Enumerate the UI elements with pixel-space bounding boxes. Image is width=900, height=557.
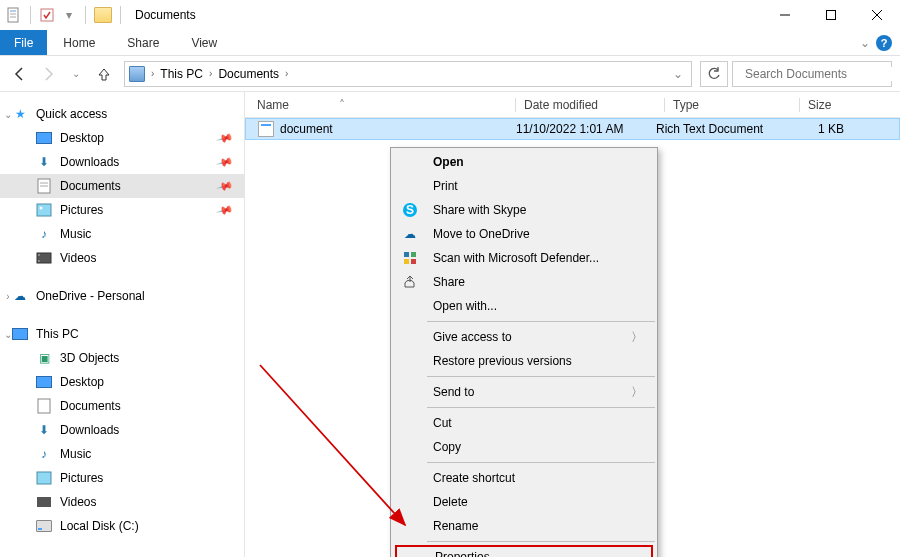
hdd-icon	[36, 520, 52, 532]
maximize-button[interactable]	[808, 0, 854, 30]
sidebar-item-label: Downloads	[60, 423, 119, 437]
ctx-defender[interactable]: Scan with Microsoft Defender...	[391, 246, 657, 270]
desktop-icon	[36, 376, 52, 388]
search-box[interactable]	[732, 61, 892, 87]
sidebar-item-pc-pictures[interactable]: Pictures	[0, 466, 244, 490]
network-header[interactable]: ›🖧Network	[0, 552, 244, 557]
sidebar-item-videos[interactable]: Videos	[0, 246, 244, 270]
file-date: 11/10/2022 1:01 AM	[516, 122, 656, 136]
ctx-label: Delete	[433, 495, 468, 509]
sidebar-item-pc-desktop[interactable]: Desktop	[0, 370, 244, 394]
ctx-send-to[interactable]: Send to〉	[391, 380, 657, 404]
ctx-give-access[interactable]: Give access to〉	[391, 325, 657, 349]
ctx-skype[interactable]: SShare with Skype	[391, 198, 657, 222]
home-tab[interactable]: Home	[47, 30, 111, 55]
column-size[interactable]: Size	[808, 98, 878, 112]
ctx-share[interactable]: Share	[391, 270, 657, 294]
chevron-right-icon[interactable]: ›	[2, 291, 14, 302]
downloads-icon: ⬇	[36, 422, 52, 438]
ctx-label: Restore previous versions	[433, 354, 572, 368]
qat-dropdown-icon[interactable]: ▾	[61, 7, 77, 23]
ctx-create-shortcut[interactable]: Create shortcut	[391, 466, 657, 490]
recent-locations-button[interactable]: ⌄	[64, 62, 88, 86]
sidebar-item-label: Videos	[60, 495, 96, 509]
breadcrumb-this-pc[interactable]: This PC	[160, 67, 203, 81]
sidebar-item-pc-documents[interactable]: Documents	[0, 394, 244, 418]
chevron-right-icon[interactable]: ›	[149, 68, 156, 79]
file-tab[interactable]: File	[0, 30, 47, 55]
back-button[interactable]	[8, 62, 32, 86]
ctx-open-with[interactable]: Open with...	[391, 294, 657, 318]
onedrive-header[interactable]: ›☁OneDrive - Personal	[0, 284, 244, 308]
folder-icon	[94, 7, 112, 23]
column-name[interactable]: Name˄	[257, 98, 515, 112]
refresh-button[interactable]	[700, 61, 728, 87]
sidebar-item-pictures[interactable]: Pictures📌	[0, 198, 244, 222]
svg-rect-27	[411, 259, 416, 264]
ctx-cut[interactable]: Cut	[391, 411, 657, 435]
sidebar-item-documents[interactable]: Documents📌	[0, 174, 244, 198]
submenu-arrow-icon: 〉	[631, 329, 643, 346]
close-button[interactable]	[854, 0, 900, 30]
file-row[interactable]: document 11/10/2022 1:01 AM Rich Text Do…	[245, 118, 900, 140]
column-date[interactable]: Date modified	[524, 98, 664, 112]
chevron-down-icon[interactable]: ⌄	[2, 329, 14, 340]
svg-rect-25	[411, 252, 416, 257]
search-input[interactable]	[745, 67, 895, 81]
context-menu: Open Print SShare with Skype ☁Move to On…	[390, 147, 658, 557]
quick-access-header[interactable]: ⌄ ★ Quick access	[0, 102, 244, 126]
sidebar-item-pc-downloads[interactable]: ⬇Downloads	[0, 418, 244, 442]
pin-icon: 📌	[216, 177, 235, 195]
sidebar-item-label: Local Disk (C:)	[60, 519, 139, 533]
forward-button[interactable]	[36, 62, 60, 86]
ctx-restore[interactable]: Restore previous versions	[391, 349, 657, 373]
breadcrumb-documents[interactable]: Documents	[218, 67, 279, 81]
sidebar-item-downloads[interactable]: ⬇Downloads📌	[0, 150, 244, 174]
qat-properties-icon[interactable]	[39, 7, 55, 23]
address-dropdown-icon[interactable]: ⌄	[673, 67, 683, 81]
chevron-right-icon[interactable]: ›	[207, 68, 214, 79]
this-pc-header[interactable]: ⌄This PC	[0, 322, 244, 346]
ctx-properties[interactable]: Properties	[395, 545, 653, 557]
desktop-icon	[36, 132, 52, 144]
column-type[interactable]: Type	[673, 98, 799, 112]
ctx-label: Give access to	[433, 330, 512, 344]
sidebar-item-label: Music	[60, 447, 91, 461]
svg-rect-4	[41, 9, 53, 21]
share-tab[interactable]: Share	[111, 30, 175, 55]
ctx-label: Move to OneDrive	[433, 227, 530, 241]
shield-icon	[401, 249, 419, 267]
help-icon[interactable]: ?	[876, 35, 892, 51]
sidebar-item-label: 3D Objects	[60, 351, 119, 365]
svg-rect-20	[37, 472, 51, 484]
ctx-open[interactable]: Open	[391, 150, 657, 174]
3d-objects-icon: ▣	[36, 350, 52, 366]
view-tab[interactable]: View	[175, 30, 233, 55]
sidebar-item-pc-music[interactable]: ♪Music	[0, 442, 244, 466]
minimize-button[interactable]	[762, 0, 808, 30]
sidebar-item-label: Desktop	[60, 131, 104, 145]
sidebar-item-pc-videos[interactable]: Videos	[0, 490, 244, 514]
sidebar-item-music[interactable]: ♪Music	[0, 222, 244, 246]
pin-icon: 📌	[216, 201, 235, 219]
file-name: document	[280, 122, 333, 136]
address-bar[interactable]: › This PC › Documents › ⌄	[124, 61, 692, 87]
sidebar-item-3d-objects[interactable]: ▣3D Objects	[0, 346, 244, 370]
ribbon-expand-icon[interactable]: ⌄	[860, 36, 870, 50]
ctx-rename[interactable]: Rename	[391, 514, 657, 538]
sidebar-item-desktop[interactable]: Desktop📌	[0, 126, 244, 150]
this-pc-label: This PC	[36, 327, 79, 341]
chevron-right-icon[interactable]: ›	[283, 68, 290, 79]
up-button[interactable]	[92, 62, 116, 86]
chevron-down-icon[interactable]: ⌄	[2, 109, 14, 120]
ctx-copy[interactable]: Copy	[391, 435, 657, 459]
sidebar-item-label: Videos	[60, 251, 96, 265]
ctx-onedrive[interactable]: ☁Move to OneDrive	[391, 222, 657, 246]
sidebar-item-local-disk[interactable]: Local Disk (C:)	[0, 514, 244, 538]
svg-point-15	[40, 207, 43, 210]
submenu-arrow-icon: 〉	[631, 384, 643, 401]
svg-rect-18	[38, 260, 40, 262]
ctx-print[interactable]: Print	[391, 174, 657, 198]
ctx-delete[interactable]: Delete	[391, 490, 657, 514]
ctx-label: Copy	[433, 440, 461, 454]
